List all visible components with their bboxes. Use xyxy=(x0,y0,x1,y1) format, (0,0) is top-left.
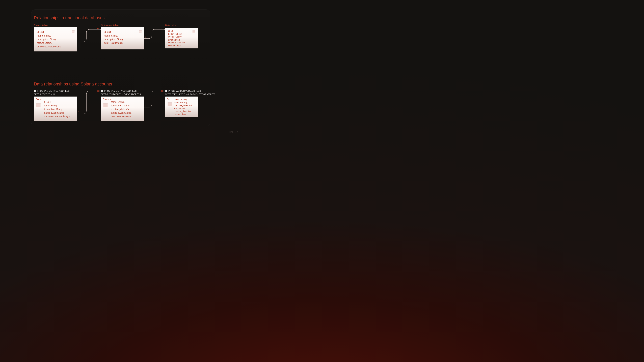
table-icon xyxy=(36,103,41,108)
svg-rect-1 xyxy=(72,30,75,31)
events-card: id: u64 name: String, description: Strin… xyxy=(34,27,77,51)
svg-rect-17 xyxy=(104,103,108,104)
card-inf-1: ∞ xyxy=(97,27,100,30)
pda-header-outcome: PROGRAM DERIVED ADDRESS xyxy=(101,90,137,92)
brand-name: HELIUS xyxy=(228,131,238,133)
card-one-2: 1 xyxy=(145,35,146,38)
pda-header-event: PROGRAM DERIVED ADDRESS xyxy=(34,90,70,92)
seeds-outcome: SEEDS: "OUTCOME" + EVENT ADDRESS xyxy=(101,93,141,95)
table-icon xyxy=(138,30,142,33)
pda-dot-icon xyxy=(101,90,103,92)
table-icon xyxy=(103,103,108,108)
card-inf-4: ∞ xyxy=(161,89,163,93)
seeds-event: SEEDS: "EVENT" + ID xyxy=(34,93,55,95)
table-icon xyxy=(192,30,196,33)
card-one-3: 1 xyxy=(78,111,80,113)
event-card-title: Event xyxy=(36,98,42,100)
bets-fields: id: u64 bettor: Pubkey event: Pubkey amo… xyxy=(168,30,185,47)
seeds-bet: SEEDS: "BET" + EVENT + OUTCOME + BETTOR … xyxy=(165,93,215,95)
pda-dot-icon xyxy=(165,90,167,92)
svg-rect-21 xyxy=(168,102,172,103)
svg-rect-13 xyxy=(36,103,40,104)
outcomes-table-label: Outcomes table xyxy=(101,24,118,27)
brand-gear-icon xyxy=(225,131,228,133)
outcome-fields: name: String, description: String, creat… xyxy=(111,100,132,118)
svg-rect-5 xyxy=(139,30,142,31)
events-fields: id: u64 name: String, description: Strin… xyxy=(37,30,62,48)
card-one-4: 1 xyxy=(145,104,146,107)
outcome-account-card: Outcome name: String, description: Strin… xyxy=(101,96,144,121)
pda-header-bet: PROGRAM DERIVED ADDRESS xyxy=(165,90,201,92)
outcomes-fields: id: u64 name: String, description: Strin… xyxy=(104,30,124,45)
svg-point-24 xyxy=(225,131,227,133)
section2-title: Data relationships using Solana accounts xyxy=(34,82,112,86)
table-icon xyxy=(167,102,172,107)
event-account-card: Event id: u64 name: String, description:… xyxy=(34,96,77,121)
brand-logo: HELIUS xyxy=(225,131,238,133)
table-icon xyxy=(72,30,75,33)
card-one-1: 1 xyxy=(78,38,80,41)
card-inf-3: ∞ xyxy=(97,89,99,93)
bet-card-title: Bet xyxy=(167,98,170,100)
bets-table-label: Bets table xyxy=(165,24,176,27)
section1-title: Relationships in traditional databases xyxy=(34,15,105,20)
bets-card: id: u64 bettor: Pubkey event: Pubkey amo… xyxy=(165,28,198,48)
svg-rect-9 xyxy=(192,30,196,31)
events-table-label: Events table xyxy=(34,24,48,27)
card-inf-2: ∞ xyxy=(161,27,163,30)
event-fields: id: u64 name: String, description: Strin… xyxy=(44,100,70,118)
bet-account-card: Bet bettor: Pubkey event: Pubkey, outcom… xyxy=(165,96,198,117)
bet-fields: bettor: Pubkey event: Pubkey, outcome_in… xyxy=(174,98,192,116)
outcomes-card: id: u64 name: String, description: Strin… xyxy=(101,27,144,49)
pda-dot-icon xyxy=(34,90,36,92)
